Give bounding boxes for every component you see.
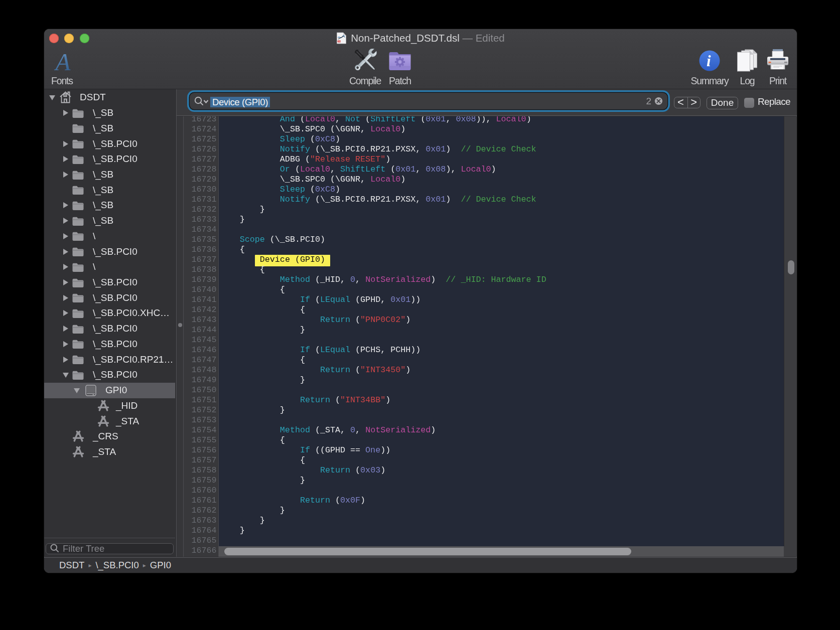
svg-text:A: A: [54, 49, 71, 74]
svg-text:DSL: DSL: [338, 41, 341, 43]
